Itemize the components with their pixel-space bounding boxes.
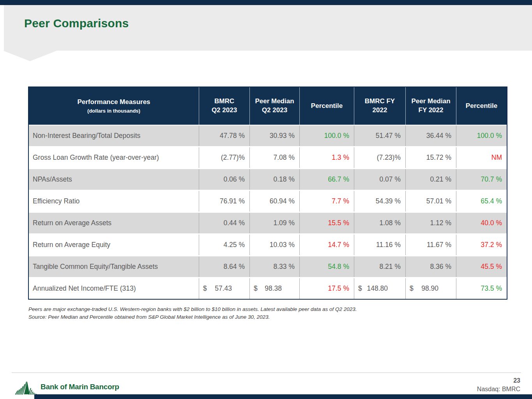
page-title: Peer Comparisons <box>24 17 129 30</box>
dollar-value: 148.80 <box>367 284 388 293</box>
dollar-value: 98.38 <box>265 284 282 293</box>
cell-value: 57.01 % <box>405 191 456 212</box>
cell-value: 51.47 % <box>354 125 405 146</box>
cell-value: 7.7 % <box>299 191 354 212</box>
cell-value: 8.33 % <box>249 256 299 277</box>
footer-divider <box>12 373 521 373</box>
cell-value: 47.78 % <box>199 125 249 146</box>
cell-value: 1.3 % <box>299 147 354 168</box>
cell-value: 36.44 % <box>405 125 456 146</box>
cell-value: 0.18 % <box>249 169 299 190</box>
footer-logo: Bank of Marin Bancorp <box>15 379 119 395</box>
dollar-sign: $ <box>410 284 414 293</box>
slide: Peer Comparisons Performance Measures (d… <box>0 0 532 399</box>
cell-value: 66.7 % <box>299 169 354 190</box>
table-row: NPAs/Assets0.06 %0.18 %66.7 %0.07 %0.21 … <box>29 169 507 190</box>
cell-value: 15.5 % <box>299 213 354 233</box>
dollar-sign: $ <box>203 284 207 293</box>
cell-value: 30.93 % <box>249 125 299 146</box>
table-row: Non-Interest Bearing/Total Deposits47.78… <box>29 125 507 146</box>
row-label: Gross Loan Growth Rate (year-over-year) <box>29 147 199 168</box>
table-row: Return on Average Equity4.25 %10.03 %14.… <box>29 235 507 255</box>
peer-comparison-table: Performance Measures (dollars in thousan… <box>28 87 507 300</box>
footer-right: 23 Nasdaq: BMRC <box>477 376 520 394</box>
cell-value: $98.90 <box>405 278 456 299</box>
cell-value: 7.08 % <box>249 147 299 168</box>
cell-value: 10.03 % <box>249 235 299 255</box>
dollar-sign: $ <box>358 284 362 293</box>
cell-value: NM <box>456 147 507 168</box>
row-label: Efficiency Ratio <box>29 191 199 212</box>
cell-value: 45.5 % <box>456 256 507 277</box>
table-header-row: Performance Measures (dollars in thousan… <box>29 87 507 125</box>
row-label: Non-Interest Bearing/Total Deposits <box>29 125 199 146</box>
dollar-value: 57.43 <box>215 284 232 293</box>
cell-value: 0.21 % <box>405 169 456 190</box>
cell-value: 4.25 % <box>199 235 249 255</box>
cell-value: 8.64 % <box>199 256 249 277</box>
table-row: Gross Loan Growth Rate (year-over-year)(… <box>29 147 507 168</box>
cell-value: 14.7 % <box>299 235 354 255</box>
header-col-peer-median-q2-2023: Peer MedianQ2 2023 <box>249 87 299 125</box>
table-row: Efficiency Ratio76.91 %60.94 %7.7 %54.39… <box>29 191 507 212</box>
table-row: Return on Average Assets0.44 %1.09 %15.5… <box>29 213 507 233</box>
table-row: Tangible Common Equity/Tangible Assets8.… <box>29 256 507 277</box>
cell-value: 100.0 % <box>456 125 507 146</box>
cell-value: 1.08 % <box>354 213 405 233</box>
header-col-percentile: Percentile <box>456 87 507 125</box>
cell-value: 0.44 % <box>199 213 249 233</box>
cell-value: 1.09 % <box>249 213 299 233</box>
cell-value: 54.39 % <box>354 191 405 212</box>
cell-value: 1.12 % <box>405 213 456 233</box>
cell-value: 0.06 % <box>199 169 249 190</box>
footnote-source: Source: Peer Median and Percentile obtai… <box>28 313 357 321</box>
dollar-value: 98.90 <box>421 284 438 293</box>
cell-value: 11.67 % <box>405 235 456 255</box>
header-label-line2: (dollars in thousands) <box>87 108 140 115</box>
header-label-line1: Performance Measures <box>77 98 150 107</box>
cell-value: (2.77)% <box>199 147 249 168</box>
cell-value: 17.5 % <box>299 278 354 299</box>
bank-of-marin-logo-icon <box>15 379 37 395</box>
cell-value: 60.94 % <box>249 191 299 212</box>
cell-value: 65.4 % <box>456 191 507 212</box>
cell-value: 70.7 % <box>456 169 507 190</box>
bottom-accent-bar <box>34 394 532 399</box>
ticker-label: Nasdaq: BMRC <box>477 385 520 394</box>
cell-value: $98.38 <box>249 278 299 299</box>
cell-value: 0.07 % <box>354 169 405 190</box>
footer-logo-text: Bank of Marin Bancorp <box>41 383 119 391</box>
title-band: Peer Comparisons <box>4 5 532 51</box>
cell-value: 8.36 % <box>405 256 456 277</box>
header-col-bmrc-fy-2022: BMRC FY2022 <box>354 87 405 125</box>
header-performance-measures: Performance Measures (dollars in thousan… <box>29 87 199 125</box>
cell-value: 73.5 % <box>456 278 507 299</box>
cell-value: 11.16 % <box>354 235 405 255</box>
cell-value: 76.91 % <box>199 191 249 212</box>
cell-value: (7.23)% <box>354 147 405 168</box>
footnotes: Peers are major exchange-traded U.S. Wes… <box>28 305 357 321</box>
title-band-chevron <box>3 51 57 61</box>
top-accent-bar <box>0 0 532 5</box>
cell-value: 40.0 % <box>456 213 507 233</box>
cell-value: 100.0 % <box>299 125 354 146</box>
footnote-peers: Peers are major exchange-traded U.S. Wes… <box>28 305 357 313</box>
row-label: NPAs/Assets <box>29 169 199 190</box>
header-col-peer-median-fy-2022: Peer MedianFY 2022 <box>405 87 456 125</box>
header-col-bmrc-q2-2023: BMRCQ2 2023 <box>199 87 249 125</box>
row-label: Annualized Net Income/FTE (313) <box>29 278 199 299</box>
table-body: Non-Interest Bearing/Total Deposits47.78… <box>29 125 507 299</box>
row-label: Return on Average Assets <box>29 213 199 233</box>
dollar-sign: $ <box>254 284 258 293</box>
row-label: Return on Average Equity <box>29 235 199 255</box>
cell-value: 8.21 % <box>354 256 405 277</box>
header-col-percentile: Percentile <box>299 87 354 125</box>
cell-value: 15.72 % <box>405 147 456 168</box>
cell-value: 37.2 % <box>456 235 507 255</box>
table-row: Annualized Net Income/FTE (313)$57.43$98… <box>29 278 507 299</box>
row-label: Tangible Common Equity/Tangible Assets <box>29 256 199 277</box>
page-number: 23 <box>477 376 520 385</box>
cell-value: $57.43 <box>199 278 249 299</box>
cell-value: $148.80 <box>354 278 405 299</box>
cell-value: 54.8 % <box>299 256 354 277</box>
